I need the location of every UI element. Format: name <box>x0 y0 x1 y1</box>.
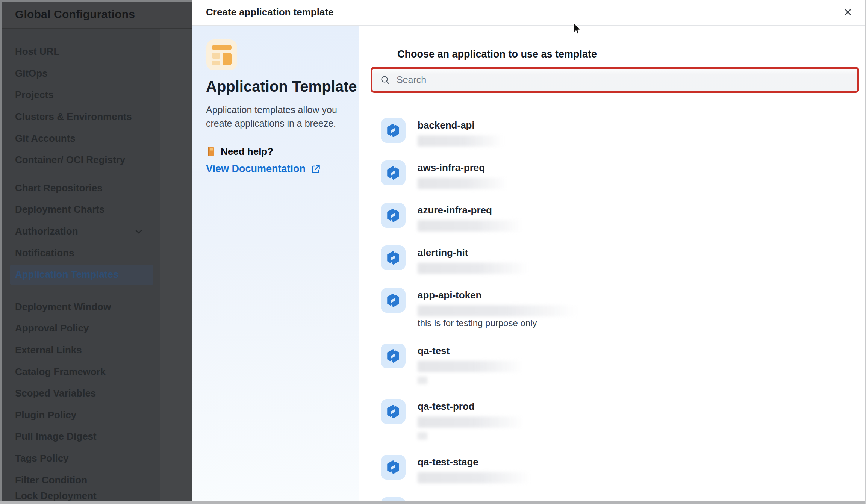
app-row-qa-test-stage[interactable]: qa-test-stage <box>381 455 866 497</box>
global-config-header: Global Configurations <box>0 0 192 29</box>
sidebar-item-deployment-charts[interactable]: Deployment Charts <box>0 199 160 221</box>
sidebar-item-filter-condition[interactable]: Filter Condition <box>0 469 160 491</box>
template-info-panel: Application Template Application templat… <box>192 26 359 504</box>
sidebar-item-git-accounts[interactable]: Git Accounts <box>0 127 160 149</box>
redacted-text-blur <box>418 305 577 316</box>
search-icon <box>380 75 391 85</box>
sidebar-item-label: Projects <box>15 89 54 101</box>
sidebar-item-catalog-framework[interactable]: Catalog Framework <box>0 361 160 383</box>
sidebar-item-scoped-variables[interactable]: Scoped Variables <box>0 383 160 404</box>
sidebar-item-label: Application Templates <box>15 269 118 280</box>
sidebar-item-authorization[interactable]: Authorization <box>0 221 160 242</box>
app-name: qa-test-stage <box>418 456 478 468</box>
search-input[interactable] <box>396 74 857 86</box>
sidebar-item-label: External Links <box>15 344 82 356</box>
app-name: app-api-token <box>418 289 481 301</box>
global-config-sidebar: Host URLGitOpsProjectsClusters & Environ… <box>0 29 160 504</box>
sidebar-item-label: Scoped Variables <box>15 387 96 399</box>
app-description: this is for testing purpose only <box>418 318 537 328</box>
sidebar-item-host-url[interactable]: Host URL <box>0 41 160 63</box>
window-edge-left <box>0 0 2 504</box>
sidebar-item-application-templates[interactable]: Application Templates <box>0 264 160 286</box>
redacted-text-blur <box>418 135 503 147</box>
panel-title: Application Template <box>206 78 357 95</box>
sidebar-item-label: Git Accounts <box>15 133 76 144</box>
app-row-qa-test-prod[interactable]: qa-test-prod <box>381 399 866 455</box>
sidebar-item-tags-policy[interactable]: Tags Policy <box>0 448 160 469</box>
app-icon <box>381 160 406 185</box>
app-icon <box>381 344 406 368</box>
app-icon <box>381 245 406 270</box>
search-field-highlight[interactable] <box>371 67 859 93</box>
create-application-template-modal: Create application template Application … <box>192 0 866 504</box>
sidebar-item-label: Filter Condition <box>15 474 87 486</box>
sidebar-item-label: Catalog Framework <box>15 366 106 378</box>
window-edge-bottom <box>0 501 866 504</box>
sidebar-item-clusters-environments[interactable]: Clusters & Environments <box>0 106 160 128</box>
app-icon <box>381 203 406 228</box>
sidebar-item-approval-policy[interactable]: Approval Policy <box>0 318 160 339</box>
panel-description: Application templates allow you create a… <box>206 103 338 130</box>
sidebar-item-chart-repositories[interactable]: Chart Repositories <box>0 177 160 199</box>
sidebar-item-container-oci-registry[interactable]: Container/ OCI Registry <box>0 149 160 171</box>
redacted-text-blur <box>418 361 522 372</box>
sidebar-item-pull-image-digest[interactable]: Pull Image Digest <box>0 426 160 448</box>
devtron-app-icon <box>385 348 401 364</box>
app-name: aws-infra-preq <box>418 162 485 174</box>
app-row-azure-infra-preq[interactable]: azure-infra-preq <box>381 203 866 245</box>
redacted-text-blur-short <box>418 377 427 384</box>
orange-book-icon <box>206 147 216 157</box>
app-name: backend-api <box>418 120 475 131</box>
sidebar-item-label: Container/ OCI Registry <box>15 154 125 166</box>
devtron-app-icon <box>385 292 401 308</box>
sidebar-item-label: Chart Repositories <box>15 182 103 194</box>
close-button[interactable] <box>839 3 857 21</box>
app-row-aws-infra-preq[interactable]: aws-infra-preq <box>381 160 866 203</box>
app-row-alerting-hit[interactable]: alerting-hit <box>381 245 866 288</box>
app-icon <box>381 288 406 313</box>
redacted-text-blur <box>418 220 523 232</box>
modal-header: Create application template <box>192 0 866 26</box>
view-documentation-label: View Documentation <box>206 163 306 175</box>
window-edge-top <box>0 0 192 2</box>
sidebar-item-plugin-policy[interactable]: Plugin Policy <box>0 404 160 426</box>
app-row-qa-test[interactable]: qa-test <box>381 344 866 399</box>
template-glyph <box>206 39 237 70</box>
page-title: Global Configurations <box>15 8 135 21</box>
sidebar-group-gap <box>0 286 160 296</box>
redacted-text-blur <box>418 263 528 274</box>
devtron-app-icon <box>385 123 401 138</box>
app-row-app-api-token[interactable]: app-api-tokenthis is for testing purpose… <box>381 288 866 344</box>
devtron-app-icon <box>385 207 401 223</box>
sidebar-item-gitops[interactable]: GitOps <box>0 63 160 85</box>
app-icon <box>381 118 406 143</box>
sidebar-item-label: Approval Policy <box>15 322 89 334</box>
redacted-text-blur <box>418 472 530 483</box>
sidebar-item-label: Deployment Window <box>15 301 111 313</box>
chevron-down-icon <box>134 227 144 236</box>
view-documentation-link[interactable]: View Documentation <box>206 163 321 175</box>
sidebar-item-label: Host URL <box>15 46 59 58</box>
sidebar-item-projects[interactable]: Projects <box>0 84 160 106</box>
sidebar-item-label: Deployment Charts <box>15 204 104 215</box>
sidebar-item-deployment-window[interactable]: Deployment Window <box>0 296 160 318</box>
external-link-icon <box>311 164 321 174</box>
sidebar-item-label: Tags Policy <box>15 453 69 464</box>
redacted-text-blur <box>418 178 508 189</box>
sidebar-item-notifications[interactable]: Notifications <box>0 242 160 264</box>
app-icon <box>381 455 406 480</box>
devtron-app-icon <box>385 459 401 475</box>
app-name: alerting-hit <box>418 247 468 259</box>
app-name: qa-test <box>418 345 450 357</box>
sidebar-item-external-links[interactable]: External Links <box>0 339 160 361</box>
need-help-row: Need help? <box>206 146 273 157</box>
sidebar-divider <box>10 174 150 174</box>
choose-application-heading: Choose an application to use as template <box>397 48 597 60</box>
sidebar-item-label: GitOps <box>15 68 48 79</box>
application-list: backend-apiaws-infra-preqazure-infra-pre… <box>381 118 866 504</box>
redacted-text-blur-short <box>418 432 427 440</box>
devtron-app-icon <box>385 250 401 266</box>
screenshot-root: Global Configurations Host URLGitOpsProj… <box>0 0 866 504</box>
app-row-backend-api[interactable]: backend-api <box>381 118 866 160</box>
sidebar-nav-list: Host URLGitOpsProjectsClusters & Environ… <box>0 29 160 504</box>
